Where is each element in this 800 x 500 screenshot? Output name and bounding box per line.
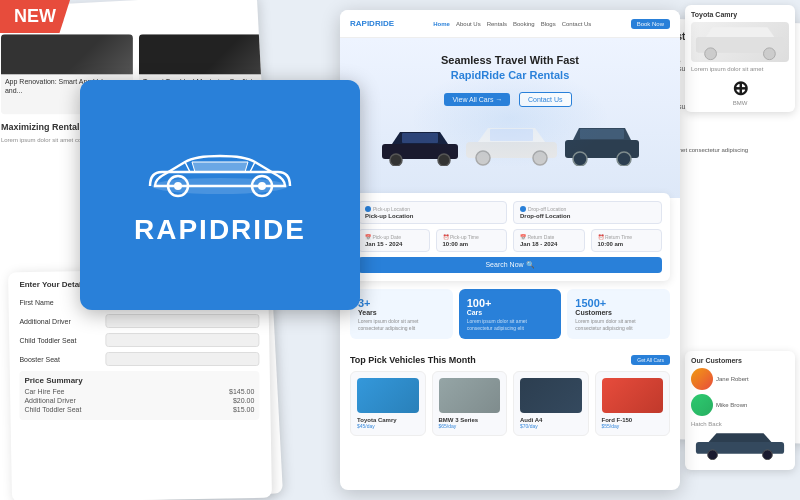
price-row-2: Additional Driver $20.00: [24, 397, 254, 404]
customer-avatar-1: [691, 368, 713, 390]
search-form-row-1: Pick-up Location Pick-up Location Drop-o…: [358, 201, 662, 224]
blog-card-img-2: [139, 34, 271, 74]
car-card-2[interactable]: BMW 3 Series $65/day: [432, 371, 508, 436]
customers-row-2: Mike Brown: [691, 394, 789, 416]
car-price-4: $55/day: [602, 423, 664, 429]
time-from-field[interactable]: ⏰ Pick-up Time 10:00 am: [436, 229, 508, 252]
nav-about[interactable]: About Us: [456, 21, 481, 27]
car-price-2: $65/day: [439, 423, 501, 429]
nav-rentals[interactable]: Rentals: [487, 21, 507, 27]
pickup-label: Pick-up Location: [365, 206, 500, 212]
extra-customers-panel: Our Customers Jane Robert Mike Brown Hat…: [685, 351, 795, 470]
child-seat-input[interactable]: [105, 333, 259, 347]
price-row-3: Child Toddler Seat $15.00: [24, 406, 254, 413]
search-button[interactable]: Search Now 🔍: [358, 257, 662, 273]
time-from-value: 10:00 am: [443, 241, 501, 247]
date-from-field[interactable]: 📅 Pick-up Date Jan 15 - 2024: [358, 229, 430, 252]
dropoff-field[interactable]: Drop-off Location Drop-off Location: [513, 201, 662, 224]
svg-point-21: [708, 450, 718, 460]
booster-seat-input[interactable]: [105, 352, 259, 366]
brand-name: RAPIDRIDE: [134, 214, 306, 246]
time-to-value: 10:00 am: [598, 241, 656, 247]
date-from-label: 📅 Pick-up Date: [365, 234, 423, 240]
time-to-label: ⏰ Return Time: [598, 234, 656, 240]
nav-contact[interactable]: Contact Us: [562, 21, 592, 27]
svg-point-7: [390, 154, 402, 166]
hero-section: Seamless Travel With Fast RapidRide Car …: [340, 38, 680, 198]
website-header: RAPIDRIDE Home About Us Rentals Booking …: [340, 10, 680, 38]
booster-seat-label: Booster Seat: [19, 356, 99, 363]
website-preview: RAPIDRIDE Home About Us Rentals Booking …: [340, 10, 680, 490]
nav-booking[interactable]: Booking: [513, 21, 535, 27]
price-label-1: Car Hire Fee: [24, 388, 64, 395]
hatchback-car: [691, 430, 789, 464]
car-img-2: [439, 378, 501, 413]
time-to-field[interactable]: ⏰ Return Time 10:00 am: [591, 229, 663, 252]
customer-name-2: Mike Brown: [716, 402, 747, 408]
svg-point-18: [705, 48, 717, 60]
price-label-2: Additional Driver: [24, 397, 75, 404]
stat-customers: 1500+ Customers Lorem ipsum dolor sit am…: [567, 289, 670, 339]
svg-point-19: [764, 48, 776, 60]
stat-years-text: Lorem ipsum dolor sit amet consectetur a…: [358, 318, 445, 331]
top-picks-header: Top Pick Vehicles This Month Get All Car…: [350, 355, 670, 365]
customers-row: Jane Robert: [691, 368, 789, 390]
stat-customers-number: 1500+: [575, 297, 662, 309]
our-customers-label: Our Customers: [691, 357, 789, 364]
website-logo: RAPIDRIDE: [350, 19, 394, 28]
car-card-3[interactable]: Audi A4 $70/day: [513, 371, 589, 436]
hatchback-label: Hatch Back: [691, 421, 789, 427]
car-img-3: [520, 378, 582, 413]
nav-home[interactable]: Home: [433, 21, 450, 27]
stat-years-label: Years: [358, 309, 445, 316]
form-row-child-seat: Child Toddler Seat: [19, 333, 259, 347]
svg-point-4: [258, 182, 266, 190]
price-value-1: $145.00: [229, 388, 254, 395]
child-seat-label: Child Toddler Seat: [19, 337, 99, 344]
stat-cars-text: Lorem ipsum dolor sit amet consectetur a…: [467, 318, 554, 331]
additional-driver-input[interactable]: [105, 314, 259, 328]
price-value-3: $15.00: [233, 406, 254, 413]
svg-point-22: [763, 450, 773, 460]
date-from-value: Jan 15 - 2024: [365, 241, 423, 247]
car-img-4: [602, 378, 664, 413]
toyota-camry-label: Toyota Camry: [691, 11, 789, 18]
nav-blogs[interactable]: Blogs: [541, 21, 556, 27]
dropoff-icon: [520, 206, 526, 212]
time-from-label: ⏰ Pick-up Time: [443, 234, 501, 240]
get-all-cars-btn[interactable]: Get All Cars: [631, 355, 670, 365]
date-to-value: Jan 18 - 2024: [520, 241, 578, 247]
stat-customers-label: Customers: [575, 309, 662, 316]
form-row-booster: Booster Seat: [19, 352, 259, 366]
date-to-field[interactable]: 📅 Return Date Jan 18 - 2024: [513, 229, 585, 252]
bmw-section: ⊕ BMW: [691, 76, 789, 106]
toyota-description: Lorem ipsum dolor sit amet: [691, 66, 789, 72]
stat-cars-number: 100+: [467, 297, 554, 309]
stat-customers-text: Lorem ipsum dolor sit amet consectetur a…: [575, 318, 662, 331]
cars-grid: Toyota Camry $45/day BMW 3 Series $65/da…: [350, 371, 670, 436]
brand-panel: RAPIDRIDE: [80, 80, 360, 310]
world-map-bg: [410, 68, 610, 168]
search-form-row-2: 📅 Pick-up Date Jan 15 - 2024 ⏰ Pick-up T…: [358, 229, 662, 252]
car-card-4[interactable]: Ford F-150 $55/day: [595, 371, 671, 436]
bmw-label: BMW: [691, 100, 789, 106]
header-cta-button[interactable]: Book Now: [631, 19, 670, 29]
customer-avatar-2: [691, 394, 713, 416]
stats-section: 3+ Years Lorem ipsum dolor sit amet cons…: [340, 281, 680, 347]
bmw-logo: ⊕: [691, 76, 789, 100]
pickup-icon: [365, 206, 371, 212]
customer-name-1: Jane Robert: [716, 376, 749, 382]
dropoff-value: Drop-off Location: [520, 213, 655, 219]
dropoff-label: Drop-off Location: [520, 206, 655, 212]
car-price-3: $70/day: [520, 423, 582, 429]
price-value-2: $20.00: [233, 397, 254, 404]
car-card-1[interactable]: Toyota Camry $45/day: [350, 371, 426, 436]
brand-car-icon: [140, 144, 300, 204]
svg-point-2: [174, 182, 182, 190]
car-img-1: [357, 378, 419, 413]
pickup-field[interactable]: Pick-up Location Pick-up Location: [358, 201, 507, 224]
stat-cars-label: Cars: [467, 309, 554, 316]
price-label-3: Child Toddler Seat: [24, 406, 81, 413]
price-row-1: Car Hire Fee $145.00: [24, 388, 254, 395]
pickup-value: Pick-up Location: [365, 213, 500, 219]
